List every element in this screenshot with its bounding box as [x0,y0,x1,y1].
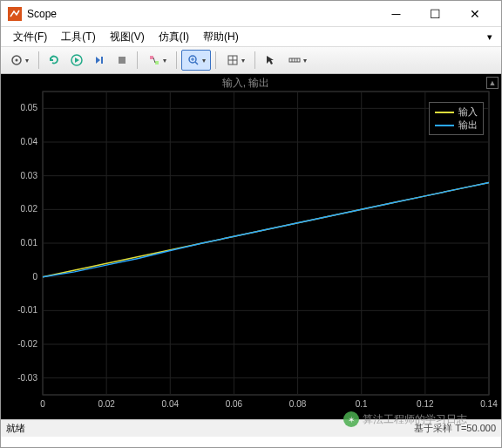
menubar: 文件(F) 工具(T) 视图(V) 仿真(I) 帮助(H) ▾ [1,27,501,46]
step-button[interactable] [89,50,110,71]
run-button[interactable] [66,50,87,71]
minimize-button[interactable]: ─ [376,2,416,26]
svg-text:0.04: 0.04 [162,399,180,409]
status-left: 就绪 [6,422,25,435]
menu-dropdown-icon[interactable]: ▾ [487,31,492,43]
svg-rect-5 [119,57,126,64]
zoom-button[interactable]: ▾ [181,50,211,71]
wechat-icon: ✶ [343,411,359,427]
restart-button[interactable] [44,50,64,71]
svg-text:0.01: 0.01 [21,238,38,248]
svg-rect-4 [101,57,103,64]
menu-help[interactable]: 帮助(H) [196,28,246,46]
svg-text:-0.03: -0.03 [17,373,37,383]
svg-line-9 [195,62,198,64]
menu-simulation[interactable]: 仿真(I) [152,28,196,46]
legend-item-1: 输入 [435,105,478,119]
close-button[interactable]: ✕ [455,2,494,26]
toolbar: ▾ ▾ ▾ ▾ ▾ [1,46,501,74]
settings-button[interactable]: ▾ [4,50,34,71]
stop-button[interactable] [112,50,132,71]
axes-scale-button[interactable]: ▾ [220,50,250,71]
svg-text:0.03: 0.03 [21,171,38,180]
svg-text:0.02: 0.02 [98,399,115,409]
svg-text:-0.02: -0.02 [17,339,37,349]
window-title: Scope [27,8,376,20]
svg-text:0: 0 [40,399,45,409]
svg-text:0: 0 [32,272,37,282]
svg-rect-0 [8,7,22,21]
svg-text:0.02: 0.02 [21,204,38,214]
chart-title: 输入, 输出 [1,76,491,91]
svg-text:0.08: 0.08 [289,399,307,409]
menu-file[interactable]: 文件(F) [6,28,54,46]
svg-text:0.1: 0.1 [356,399,368,409]
cursor-button[interactable] [260,50,281,71]
trigger-button[interactable]: ▾ [142,50,172,71]
maximize-button[interactable]: ☐ [416,2,455,26]
svg-text:0.12: 0.12 [417,399,434,409]
svg-text:-0.01: -0.01 [17,305,37,315]
svg-text:0.04: 0.04 [21,137,38,146]
svg-text:0.05: 0.05 [21,103,38,112]
titlebar: Scope ─ ☐ ✕ [1,1,501,27]
chart-canvas[interactable]: 00.020.040.060.080.10.120.14-0.03-0.02-0… [1,74,502,419]
svg-text:0.06: 0.06 [226,399,243,409]
watermark: ✶ 算法工程师的学习日志 [343,411,467,427]
app-icon [8,7,22,21]
svg-text:0.14: 0.14 [480,399,498,409]
svg-rect-6 [150,56,153,59]
plot-area[interactable]: 输入, 输出 ▲ 00.020.040.060.080.10.120.14-0.… [1,74,501,419]
menu-tools[interactable]: 工具(T) [54,28,102,46]
svg-rect-7 [155,61,159,64]
measure-button[interactable]: ▾ [282,50,312,71]
legend[interactable]: 输入 输出 [429,102,484,135]
legend-item-2: 输出 [435,119,478,132]
svg-point-2 [16,59,18,62]
maximize-axes-icon[interactable]: ▲ [486,77,499,89]
menu-view[interactable]: 视图(V) [103,28,152,46]
